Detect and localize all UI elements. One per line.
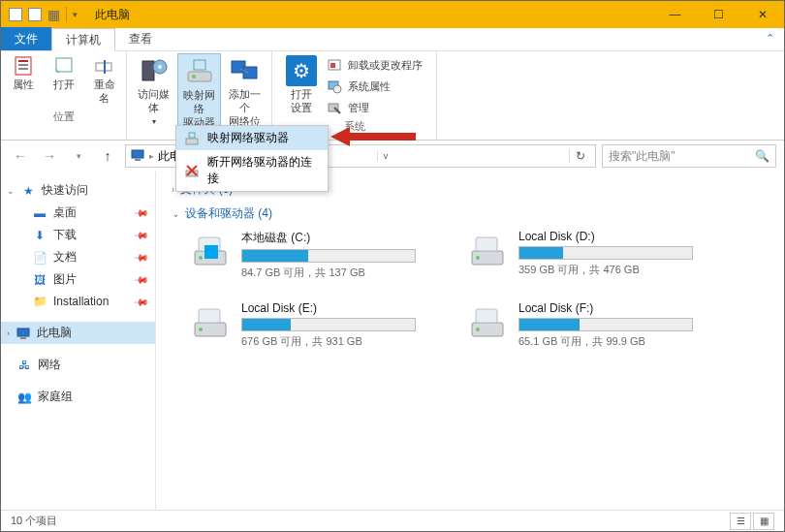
svg-point-19 [333, 85, 341, 93]
documents-icon: 📄 [32, 250, 47, 266]
section-label: 设备和驱动器 (4) [185, 205, 272, 222]
drive-icon [191, 301, 232, 342]
ribbon-media-button[interactable]: 访问媒体 ▾ [133, 53, 175, 129]
drive-item[interactable]: Local Disk (E:)676 GB 可用，共 931 GB [191, 301, 443, 349]
sidebar-label: 文档 [53, 249, 77, 266]
drive-sub: 65.1 GB 可用，共 99.9 GB [518, 334, 720, 349]
svg-rect-4 [56, 58, 72, 72]
ribbon-manage-button[interactable]: 管理 [323, 98, 426, 117]
nav-back-button[interactable]: ← [9, 144, 32, 168]
drive-item[interactable]: 本地磁盘 (C:)84.7 GB 可用，共 137 GB [191, 230, 443, 280]
window-title: 此电脑 [85, 7, 130, 23]
dropdown-label: 映射网络驱动器 [207, 130, 289, 146]
svg-point-42 [476, 328, 480, 331]
ribbon-rename-button[interactable]: 重命名 [85, 53, 124, 108]
maximize-button[interactable]: ☐ [697, 1, 740, 28]
small-btn-label: 管理 [348, 101, 369, 115]
svg-rect-34 [204, 245, 218, 259]
tab-computer[interactable]: 计算机 [51, 28, 115, 51]
drive-name: Local Disk (D:) [518, 230, 720, 243]
pin-icon: 📌 [134, 249, 149, 265]
section-drives[interactable]: ⌄ 设备和驱动器 (4) [172, 205, 769, 222]
sidebar-item-thispc[interactable]: › 此电脑 [1, 322, 155, 344]
chevron-down-icon: ⌄ [173, 208, 178, 219]
ribbon-tabbar: 文件 计算机 查看 ⌃ [1, 28, 784, 51]
qat-props-icon[interactable] [28, 8, 42, 21]
ribbon-btn-label: 访问媒体 [137, 88, 172, 115]
refresh-icon[interactable]: ↻ [569, 149, 591, 163]
qat-icon[interactable] [9, 8, 22, 21]
sidebar-label: 家庭组 [38, 389, 73, 405]
sidebar-item-documents[interactable]: 📄 文档 📌 [1, 246, 155, 268]
status-bar: 10 个项目 ☰ ▦ [1, 510, 784, 531]
svg-rect-1 [18, 60, 28, 62]
svg-point-9 [158, 65, 162, 69]
svg-point-11 [192, 75, 196, 78]
ribbon-properties-button[interactable]: 属性 [4, 53, 43, 94]
view-icons-button[interactable]: ▦ [753, 513, 774, 530]
main-view: › 文件夹 (6) ⌄ 设备和驱动器 (4) 本地磁盘 (C:)84.7 GB … [156, 172, 784, 512]
dropdown-item-disconnect[interactable]: 断开网络驱动器的连接 [176, 150, 328, 191]
ribbon-uninstall-button[interactable]: 卸载或更改程序 [323, 55, 426, 75]
ribbon-group-label: 位置 [7, 108, 120, 126]
drive-capacity-bar [518, 246, 693, 260]
sidebar-label: 图片 [53, 271, 77, 288]
drive-sub: 359 GB 可用，共 476 GB [518, 263, 720, 277]
sidebar-item-network[interactable]: 🖧 网络 [1, 354, 155, 376]
ribbon-sysprops-button[interactable]: 系统属性 [323, 77, 426, 96]
chevron-down-icon: ⌄ [7, 186, 15, 196]
dropdown-item-map[interactable]: 映射网络驱动器 [176, 126, 328, 150]
drive-item[interactable]: Local Disk (F:)65.1 GB 可用，共 99.9 GB [468, 301, 720, 349]
chevron-right-icon: › [172, 184, 174, 195]
nav-forward-button[interactable]: → [38, 144, 61, 168]
annotation-arrow [330, 125, 418, 151]
pin-icon: 📌 [134, 271, 149, 287]
quick-access-toolbar: ▦ ▾ [1, 7, 85, 22]
drive-item[interactable]: Local Disk (D:)359 GB 可用，共 476 GB [468, 230, 720, 280]
svg-point-39 [199, 328, 203, 331]
sidebar-item-quickaccess[interactable]: ⌄ ★ 快速访问 [1, 179, 155, 202]
sidebar-item-homegroup[interactable]: 👥 家庭组 [1, 386, 155, 408]
svg-rect-43 [476, 309, 497, 323]
ribbon-btn-label: 属性 [13, 78, 34, 92]
sidebar-item-installation[interactable]: 📁 Installation 📌 [1, 291, 155, 312]
drives-list: 本地磁盘 (C:)84.7 GB 可用，共 137 GBLocal Disk (… [191, 230, 769, 349]
ribbon-btn-label: 重命名 [89, 78, 120, 106]
nav-up-button[interactable]: ↑ [96, 144, 119, 168]
svg-rect-40 [199, 309, 220, 323]
svg-rect-3 [18, 68, 28, 70]
view-details-button[interactable]: ☰ [730, 513, 751, 530]
drive-capacity-bar [241, 318, 416, 331]
sidebar-item-downloads[interactable]: ⬇ 下载 📌 [1, 224, 155, 246]
close-button[interactable]: ✕ [740, 1, 784, 28]
minimize-button[interactable]: — [653, 1, 697, 28]
disconnect-icon [184, 163, 200, 178]
desktop-icon: ▬ [32, 205, 47, 221]
star-icon: ★ [20, 183, 36, 199]
sidebar-label: 此电脑 [37, 325, 72, 341]
computer-icon [16, 326, 31, 341]
tab-file[interactable]: 文件 [1, 27, 51, 50]
ribbon-btn-label: 映射网络 驱动器 [182, 89, 217, 129]
svg-rect-12 [194, 60, 205, 70]
tab-view[interactable]: 查看 [115, 27, 166, 50]
svg-rect-7 [142, 61, 154, 80]
ribbon-group-location: 属性 打开 重命名 位置 [1, 51, 127, 140]
drive-sub: 676 GB 可用，共 931 GB [241, 334, 443, 349]
crumb-dropdown-icon[interactable]: v [377, 151, 394, 161]
svg-point-36 [476, 256, 480, 260]
chevron-right-icon: › [7, 329, 10, 338]
qat-newfolder-icon[interactable]: ▦ [47, 7, 60, 22]
search-box[interactable]: 搜索"此电脑" 🔍 [602, 144, 776, 168]
ribbon-open-button[interactable]: 打开 [45, 53, 83, 94]
sidebar-item-desktop[interactable]: ▬ 桌面 📌 [1, 202, 155, 224]
ribbon-opensettings-button[interactable]: ⚙ 打开 设置 [282, 53, 321, 117]
sidebar-item-pictures[interactable]: 🖼 图片 📌 [1, 268, 155, 291]
titlebar: ▦ ▾ 此电脑 — ☐ ✕ [1, 1, 784, 28]
drive-capacity-bar [518, 318, 693, 331]
gear-icon: ⚙ [286, 55, 317, 86]
qat-customize-chevron[interactable]: ▾ [73, 10, 78, 19]
svg-rect-21 [186, 139, 198, 144]
nav-recent-chevron[interactable]: ▾ [67, 144, 90, 168]
ribbon-collapse-icon[interactable]: ⌃ [766, 32, 774, 45]
